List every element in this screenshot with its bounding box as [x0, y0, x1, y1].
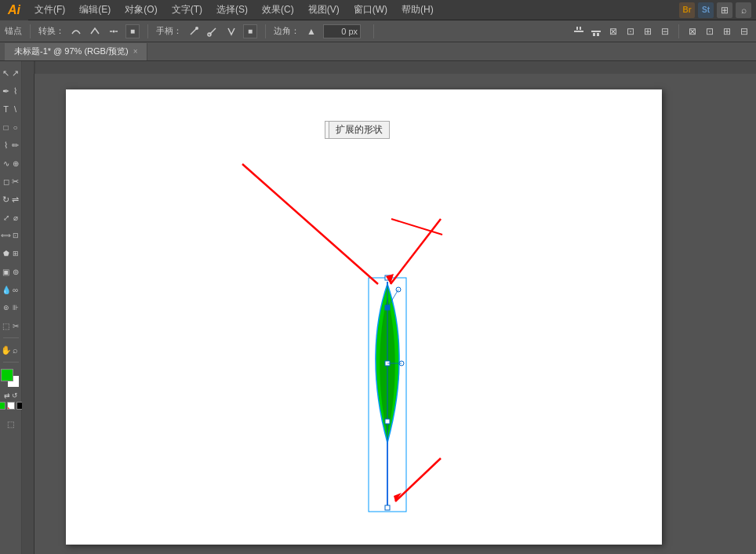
canvas-svg: [66, 89, 662, 545]
canvas-content[interactable]: 扩展的形状: [35, 74, 756, 554]
freetransform-tool[interactable]: ⊡: [11, 227, 20, 244]
tool-sep2: [3, 362, 19, 363]
bridge-icon[interactable]: Br: [679, 2, 695, 18]
align-right-3[interactable]: ⊞: [720, 24, 734, 38]
pen-tool[interactable]: ✒: [2, 82, 11, 100]
shaper-tool[interactable]: ⊕: [11, 155, 20, 172]
red-arrow-2-line: [391, 219, 441, 284]
blend-tool[interactable]: ∞: [11, 281, 20, 298]
color-mode-row: [0, 402, 24, 410]
paintbrush-tool[interactable]: ⌇: [2, 137, 11, 154]
convert-sym-icon[interactable]: [107, 24, 121, 38]
stock-icon[interactable]: St: [698, 2, 714, 18]
slice-tool[interactable]: ✂: [11, 317, 20, 334]
menu-file[interactable]: 文件(F): [28, 2, 71, 18]
align-right-4[interactable]: ⊟: [737, 24, 751, 38]
perspective-tool[interactable]: ⬟: [2, 245, 11, 262]
distribute-icon-1[interactable]: ⊠: [606, 24, 620, 38]
gradient-tool[interactable]: ▣: [2, 263, 11, 280]
tab-close-button[interactable]: ×: [133, 47, 138, 56]
artboard-tool[interactable]: ⬚: [2, 317, 11, 334]
warp-tool[interactable]: ⌀: [11, 209, 20, 226]
tool-sep: [3, 337, 19, 338]
shape-group: [369, 275, 406, 512]
handle-icon3[interactable]: [224, 24, 238, 38]
menu-bar: Ai 文件(F) 编辑(E) 对象(O) 文字(T) 选择(S) 效果(C) 视…: [0, 0, 756, 20]
distribute-icon-4[interactable]: ⊟: [658, 24, 672, 38]
red-arrow-1-line: [242, 164, 378, 284]
search-icon[interactable]: ⌕: [736, 2, 751, 18]
align-icon-2[interactable]: [589, 24, 603, 38]
rotate-tool[interactable]: ↻: [2, 191, 11, 208]
curvature-tool[interactable]: ⌇: [11, 82, 20, 100]
blob-tool[interactable]: ∿: [2, 155, 11, 172]
scissors-tool[interactable]: ✂: [11, 173, 20, 190]
red-arrow-3-line: [395, 458, 441, 501]
align-right-2[interactable]: ⊡: [703, 24, 717, 38]
hand-tool[interactable]: ✋: [2, 341, 11, 359]
svg-point-0: [113, 30, 115, 32]
gradient-tools-row: ▣ ⊚: [2, 263, 20, 280]
color-controls: ⇄ ↺: [4, 392, 18, 399]
eyedropper-tool[interactable]: 💧: [2, 281, 11, 298]
select-tool[interactable]: ↖: [2, 64, 11, 82]
convert-smooth-icon[interactable]: [69, 24, 83, 38]
menu-right-icons: Br St ⊞ ⌕: [679, 2, 756, 18]
svg-rect-5: [580, 27, 581, 30]
menu-view[interactable]: 视图(V): [302, 2, 346, 18]
align-icon-1[interactable]: [572, 24, 586, 38]
text-line-row: T \: [2, 100, 20, 118]
live-paint-tool[interactable]: ⊚: [11, 263, 20, 280]
mesh-tool[interactable]: ⊞: [11, 245, 20, 262]
eraser-tool[interactable]: ◻: [2, 173, 11, 190]
menu-text[interactable]: 文字(T): [165, 2, 209, 18]
handle-icon1[interactable]: [187, 24, 201, 38]
anchor-bot-mid[interactable]: [385, 419, 390, 424]
anchor-bot[interactable]: [385, 505, 390, 510]
tab-bar: 未标题-1* @ 97% (RGB/预览) ×: [0, 42, 756, 61]
svg-rect-9: [22, 61, 756, 74]
distribute-icon-2[interactable]: ⊡: [623, 24, 638, 38]
distribute-icon-3[interactable]: ⊞: [641, 24, 655, 38]
width-tools-row: ⟺ ⊡: [2, 227, 20, 244]
swap-colors-icon[interactable]: ⇄: [4, 392, 10, 399]
convert-corner-icon[interactable]: [88, 24, 102, 38]
chart-tool[interactable]: ⊪: [11, 299, 20, 316]
shape-tools-row: □ ○: [2, 118, 20, 136]
menu-help[interactable]: 帮助(H): [395, 2, 440, 18]
color-mode-fill[interactable]: [0, 402, 5, 410]
corner-up-icon[interactable]: ▲: [304, 24, 318, 38]
menu-window[interactable]: 窗口(W): [347, 2, 394, 18]
default-colors-icon[interactable]: ↺: [12, 392, 18, 399]
rect-tool[interactable]: □: [2, 118, 11, 136]
convert-square-icon[interactable]: ■: [125, 24, 140, 38]
corner-value-input[interactable]: [323, 24, 361, 38]
tab-title: 未标题-1* @ 97% (RGB/预览): [14, 46, 129, 57]
text-tool[interactable]: T: [2, 100, 11, 118]
handle-icon2[interactable]: [205, 24, 220, 38]
ruler-left: [22, 74, 35, 554]
workspace-icon[interactable]: ⊞: [717, 2, 732, 18]
symbol-tool[interactable]: ⊚: [2, 299, 11, 316]
artboard-bottom-icon[interactable]: ⬚: [2, 415, 20, 432]
menu-select[interactable]: 选择(S): [210, 2, 254, 18]
reflect-tool[interactable]: ⇌: [11, 191, 20, 208]
color-mode-none[interactable]: [7, 402, 15, 410]
direct-select-tool[interactable]: ↗: [11, 64, 20, 82]
zoom-tool[interactable]: ⌕: [11, 341, 20, 359]
fill-stroke-swatches: [1, 369, 21, 389]
menu-effect[interactable]: 效果(C): [256, 2, 300, 18]
width-tool[interactable]: ⟺: [2, 227, 11, 244]
document-tab[interactable]: 未标题-1* @ 97% (RGB/预览) ×: [5, 43, 147, 60]
align-right-1[interactable]: ⊠: [685, 24, 700, 38]
handle-square-icon[interactable]: ■: [243, 24, 257, 38]
menu-object[interactable]: 对象(O): [118, 2, 163, 18]
svg-rect-7: [593, 33, 595, 36]
fill-swatch[interactable]: [1, 369, 13, 381]
line-tool[interactable]: \: [11, 100, 20, 118]
rotate-tools-row: ↻ ⇌: [2, 191, 20, 208]
menu-edit[interactable]: 编辑(E): [73, 2, 117, 18]
pencil-tool[interactable]: ✏: [11, 137, 20, 154]
scale-tool[interactable]: ⤢: [2, 209, 11, 226]
ellipse-tool[interactable]: ○: [11, 118, 20, 136]
